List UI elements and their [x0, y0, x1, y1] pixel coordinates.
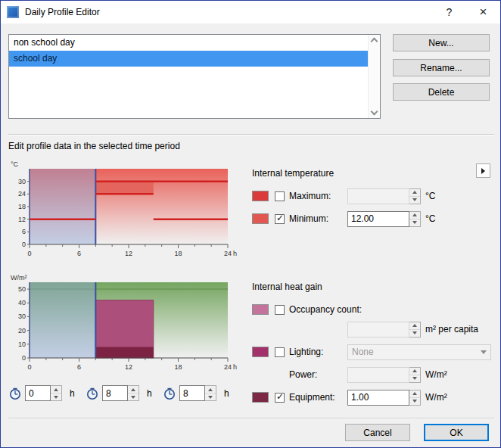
maximum-unit: °C	[425, 191, 435, 201]
maximum-spinner	[409, 188, 421, 204]
lighting-checkbox[interactable]	[275, 347, 285, 357]
minimum-input[interactable]	[347, 211, 409, 227]
svg-text:10: 10	[18, 341, 26, 348]
hour-unit-label: h	[224, 388, 229, 399]
lighting-dropdown-value: None	[352, 347, 374, 357]
svg-text:0: 0	[27, 250, 31, 257]
svg-text:12: 12	[18, 216, 26, 223]
separator	[8, 418, 494, 418]
svg-text:°C: °C	[11, 160, 19, 168]
list-item[interactable]: non school day	[9, 35, 369, 51]
minimum-row: Minimum: °C	[252, 210, 496, 227]
heat-gain-chart[interactable]: 0102030405006121824hW/m²	[7, 273, 241, 373]
svg-text:W/m²: W/m²	[11, 274, 27, 282]
minimum-checkbox[interactable]	[275, 214, 285, 224]
clock-icon[interactable]	[8, 387, 22, 400]
power-label: Power:	[289, 369, 347, 380]
period-time-spinner[interactable]	[128, 385, 139, 401]
occupancy-input	[347, 322, 409, 338]
spin-up-icon	[409, 189, 420, 197]
minimum-spinner[interactable]	[409, 211, 421, 227]
svg-text:6: 6	[22, 228, 26, 235]
clock-icon[interactable]	[86, 387, 99, 400]
spin-down-icon[interactable]	[205, 394, 216, 400]
svg-text:0: 0	[27, 363, 31, 371]
time-field-1: h	[8, 385, 75, 401]
svg-text:30: 30	[18, 178, 26, 185]
lighting-dropdown: None	[347, 344, 491, 360]
maximum-color-swatch	[252, 191, 269, 201]
spin-down-icon[interactable]	[128, 394, 138, 400]
lighting-color-swatch	[252, 347, 269, 357]
cancel-button[interactable]: Cancel	[345, 424, 410, 441]
temperature-chart[interactable]: 061218243006121824h°C	[7, 160, 241, 260]
right-arrow-icon	[481, 168, 485, 174]
period-time-spinner[interactable]	[51, 385, 62, 401]
spin-up-icon[interactable]	[51, 386, 61, 394]
spin-down-icon[interactable]	[409, 219, 420, 226]
hour-unit-label: h	[70, 388, 75, 399]
profile-listbox[interactable]: non school day school day	[8, 34, 381, 119]
svg-text:40: 40	[18, 299, 26, 306]
scroll-up-icon[interactable]	[371, 38, 378, 45]
period-time-spinner[interactable]	[205, 385, 216, 401]
spin-up-icon[interactable]	[205, 386, 216, 394]
spin-down-icon[interactable]	[51, 394, 61, 400]
occupancy-label: Occupancy count:	[289, 304, 362, 315]
equipment-input[interactable]	[347, 390, 409, 406]
time-field-3: h	[163, 385, 229, 401]
chevron-down-icon	[481, 350, 487, 354]
delete-button[interactable]: Delete	[393, 83, 490, 101]
occupancy-value-row: m² per capita	[252, 321, 496, 338]
occupancy-row: Occupancy count:	[252, 301, 496, 318]
occupancy-checkbox[interactable]	[275, 305, 285, 315]
spin-down-icon[interactable]	[409, 398, 420, 405]
svg-text:18: 18	[18, 203, 26, 210]
spin-up-icon	[409, 368, 420, 375]
app-icon	[7, 6, 19, 18]
power-unit: W/m²	[425, 369, 447, 380]
equipment-unit: W/m²	[425, 392, 447, 403]
equipment-spinner[interactable]	[409, 390, 421, 406]
lighting-row: Lighting: None	[252, 344, 496, 360]
rename-button[interactable]: Rename...	[393, 59, 490, 76]
list-scrollbar[interactable]	[368, 35, 380, 118]
ok-button[interactable]: OK	[424, 424, 489, 441]
internal-temperature-header: Internal temperature	[252, 168, 334, 179]
svg-text:12: 12	[125, 250, 132, 257]
close-button[interactable]: ×	[466, 1, 500, 23]
svg-text:24: 24	[224, 250, 232, 257]
scroll-down-icon[interactable]	[371, 108, 378, 116]
maximum-checkbox[interactable]	[275, 191, 285, 201]
daily-profile-editor-dialog: Daily Profile Editor ? × non school day …	[0, 0, 501, 448]
spin-up-icon[interactable]	[128, 386, 138, 394]
new-button[interactable]: New...	[393, 34, 490, 51]
spin-up-icon[interactable]	[409, 390, 420, 398]
list-item[interactable]: school day	[9, 51, 369, 67]
internal-heat-gain-header: Internal heat gain	[252, 282, 322, 292]
window-controls: ? ×	[432, 1, 500, 23]
svg-text:24: 24	[18, 190, 26, 198]
hour-unit-label: h	[147, 388, 152, 399]
svg-text:24: 24	[224, 363, 232, 371]
svg-text:30: 30	[18, 313, 26, 320]
period-time-input[interactable]	[25, 385, 51, 401]
spin-up-icon	[409, 322, 420, 330]
window-title: Daily Profile Editor	[25, 7, 100, 17]
spin-down-icon	[409, 330, 420, 337]
minimum-label: Minimum:	[289, 213, 347, 224]
clock-icon[interactable]	[163, 387, 176, 400]
period-time-input[interactable]	[102, 385, 128, 401]
period-time-input[interactable]	[179, 385, 205, 401]
equipment-color-swatch	[252, 392, 269, 403]
flyout-arrow-button[interactable]	[476, 163, 490, 178]
titlebar[interactable]: Daily Profile Editor ? ×	[1, 1, 500, 23]
svg-text:12: 12	[125, 363, 132, 371]
minimum-unit: °C	[425, 213, 435, 224]
equipment-checkbox[interactable]	[275, 393, 285, 403]
svg-text:0: 0	[22, 241, 26, 248]
help-button[interactable]: ?	[432, 1, 466, 23]
spin-up-icon[interactable]	[409, 212, 420, 219]
svg-text:18: 18	[174, 363, 182, 371]
maximum-row: Maximum: °C	[252, 188, 496, 204]
